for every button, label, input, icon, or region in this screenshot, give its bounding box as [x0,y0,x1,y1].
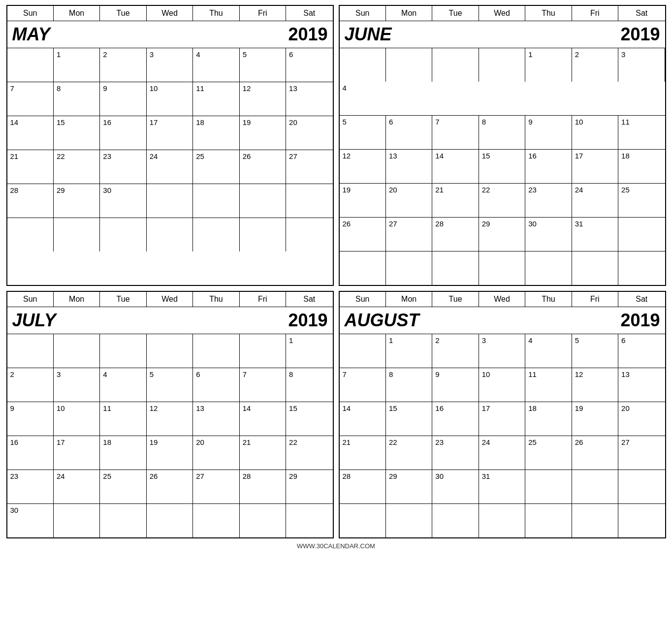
calendar-day: 25 [618,184,665,217]
calendar-july-2019-title: JULY2019 [7,307,333,334]
week-row: 14151617181920 [7,116,333,150]
calendar-august-2019-month: AUGUST [345,310,419,331]
calendar-day: 17 [572,150,618,183]
calendar-day [7,334,54,368]
calendar-day: 9 [7,402,54,436]
calendar-day [618,504,665,537]
calendar-day [432,48,479,82]
calendar-day: 4 [340,82,386,115]
calendar-day [572,504,618,537]
calendar-day: 20 [286,116,332,150]
day-header-sat: Sat [618,292,665,307]
calendar-day [572,470,618,503]
day-header-mon: Mon [54,292,100,307]
calendar-day: 10 [147,82,193,116]
calendar-day [240,504,286,537]
week-row: 30 [7,504,333,537]
calendar-day: 11 [525,368,572,402]
calendar-day: 29 [386,470,432,503]
calendar-day: 13 [286,82,332,116]
calendar-day [386,504,432,537]
day-header-tue: Tue [100,292,146,307]
calendar-june-2019-month: JUNE [345,24,392,45]
calendar-day: 5 [147,368,193,402]
calendar-day [340,251,386,285]
day-header-fri: Fri [240,292,286,307]
calendar-day: 15 [54,116,100,150]
calendar-may-2019: SunMonTueWedThuFriSatMAY2019123456789101… [6,5,334,286]
calendar-day: 10 [572,116,618,149]
week-row: 78910111213 [7,82,333,116]
calendar-day: 24 [572,184,618,217]
calendar-day [386,48,432,82]
day-header-sun: Sun [340,292,386,307]
week-row [340,504,665,537]
calendar-day: 25 [100,470,146,503]
calendar-day: 2 [432,334,479,368]
calendar-day: 12 [572,368,618,402]
calendar-day: 10 [479,368,525,402]
calendar-day: 27 [193,470,239,503]
calendar-day: 31 [479,470,525,503]
calendar-day: 22 [54,150,100,184]
calendar-day: 4 [193,48,239,82]
calendar-day: 6 [618,334,665,368]
day-header-tue: Tue [432,292,479,307]
calendar-day: 20 [193,436,239,470]
calendar-day: 4 [100,368,146,402]
calendar-day: 1 [286,334,332,368]
calendar-day: 18 [525,402,572,436]
calendar-day [100,334,146,368]
calendar-august-2019-header-row: SunMonTueWedThuFriSat [340,292,665,307]
calendar-day: 27 [386,218,432,251]
calendar-day: 21 [432,184,479,217]
calendar-day [193,334,239,368]
calendar-day: 9 [432,368,479,402]
calendar-day [432,504,479,537]
week-row: 12131415161718 [340,150,665,184]
calendar-day: 19 [572,402,618,436]
day-header-fri: Fri [572,6,618,21]
calendar-day [147,504,193,537]
week-row: 2345678 [7,368,333,402]
calendar-day: 18 [193,116,239,150]
calendar-day: 11 [618,116,665,149]
week-row: 1234 [340,48,665,116]
calendar-day: 29 [479,218,525,251]
calendar-day: 15 [479,150,525,183]
calendar-day: 22 [386,436,432,470]
calendar-day [7,48,54,82]
calendar-day: 24 [54,470,100,503]
calendars-grid: SunMonTueWedThuFriSatMAY2019123456789101… [6,5,666,538]
calendar-july-2019-body: 1234567891011121314151617181920212223242… [7,334,333,537]
calendar-day: 23 [432,436,479,470]
calendar-day: 30 [432,470,479,503]
calendar-day: 12 [240,82,286,116]
calendar-day: 10 [54,402,100,436]
week-row [340,251,665,285]
calendar-day: 18 [618,150,665,183]
calendar-day: 6 [386,116,432,149]
calendar-day [100,504,146,537]
calendar-day: 5 [572,334,618,368]
calendar-may-2019-year: 2019 [288,24,327,45]
calendar-day: 8 [479,116,525,149]
calendar-day: 28 [7,184,54,218]
calendar-day: 7 [7,82,54,116]
calendar-day: 26 [147,470,193,503]
calendar-day: 28 [432,218,479,251]
week-row: 9101112131415 [7,402,333,436]
calendar-day: 11 [193,82,239,116]
calendar-day: 19 [340,184,386,217]
calendar-july-2019-header-row: SunMonTueWedThuFriSat [7,292,333,307]
calendar-day: 28 [340,470,386,503]
calendar-day [54,334,100,368]
calendar-day [193,504,239,537]
day-header-sun: Sun [7,292,54,307]
calendar-day: 16 [100,116,146,150]
calendar-may-2019-month: MAY [12,24,50,45]
week-row: 21222324252627 [340,436,665,470]
calendar-day: 13 [193,402,239,436]
day-header-sun: Sun [7,6,54,21]
calendar-day [525,470,572,503]
